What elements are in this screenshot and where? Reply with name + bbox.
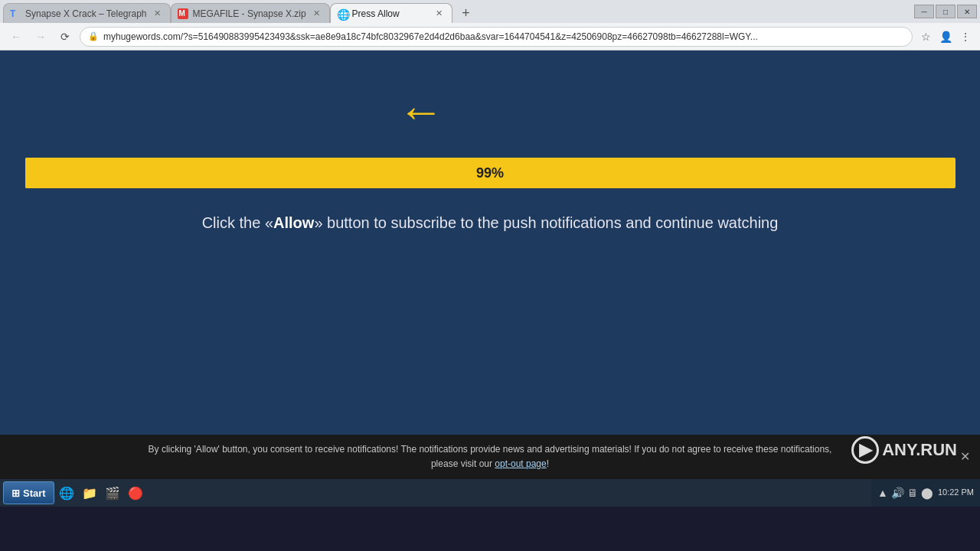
tray-sound-icon: 🔊 <box>891 487 904 499</box>
start-label: Start <box>23 487 46 499</box>
anyrun-logo-text: ANY.RUN <box>882 440 957 460</box>
progress-bar-container: 99% <box>25 158 956 188</box>
taskbar-media-icon[interactable]: 🎬 <box>102 482 123 504</box>
bookmark-button[interactable]: ☆ <box>917 28 934 45</box>
tab2-favicon: M <box>178 8 188 19</box>
address-text: myhugewords.com/?s=516490883995423493&ss… <box>103 31 904 42</box>
cta-text-after: » button to subscribe to the push notifi… <box>314 214 778 231</box>
tab-megafile[interactable]: M MEGAFILE - Synapse X.zip ✕ <box>171 3 330 23</box>
forward-button[interactable]: → <box>31 27 51 47</box>
taskbar-items: 🌐 📁 🎬 🔴 <box>56 482 146 504</box>
anyrun-play-icon: ▶ <box>851 436 879 464</box>
tab1-close-button[interactable]: ✕ <box>152 8 164 20</box>
taskbar: ⊞ Start 🌐 📁 🎬 🔴 ▲ 🔊 🖥 ⬤ 10:22 PM <box>0 479 980 507</box>
banner-text-line2-after: ! <box>547 458 549 469</box>
window-controls: ─ □ ✕ <box>914 5 977 18</box>
banner-close-button[interactable]: ✕ <box>957 449 972 465</box>
close-button[interactable]: ✕ <box>957 5 977 18</box>
taskbar-ie-icon[interactable]: 🌐 <box>56 482 77 504</box>
tab1-title: Synapse X Crack – Telegraph <box>25 8 147 19</box>
system-clock: 10:22 PM <box>938 487 974 498</box>
cta-text-before: Click the « <box>202 214 273 231</box>
minimize-button[interactable]: ─ <box>914 5 934 18</box>
tabs-row: T Synapse X Crack – Telegraph ✕ M MEGAFI… <box>3 0 477 23</box>
address-bar-row: ← → ⟳ 🔒 myhugewords.com/?s=5164908839954… <box>0 23 980 51</box>
anyrun-logo: ▶ ANY.RUN <box>851 436 957 464</box>
tray-icons: ▲ 🔊 🖥 ⬤ <box>877 487 933 499</box>
tray-network-icon: ▲ <box>877 487 888 499</box>
browser-window: T Synapse X Crack – Telegraph ✕ M MEGAFI… <box>0 0 980 479</box>
title-bar: T Synapse X Crack – Telegraph ✕ M MEGAFI… <box>0 0 980 23</box>
profile-button[interactable]: 👤 <box>937 28 954 45</box>
notification-banner: By clicking 'Allow' button, you consent … <box>0 435 980 479</box>
new-tab-button[interactable]: + <box>456 3 477 23</box>
tab3-close-button[interactable]: ✕ <box>433 8 446 20</box>
reload-button[interactable]: ⟳ <box>55 27 75 47</box>
address-right-buttons: ☆ 👤 ⋮ <box>917 28 974 45</box>
tab1-favicon: T <box>10 8 21 19</box>
taskbar-antivirus-icon[interactable]: 🔴 <box>125 482 146 504</box>
taskbar-tray: ▲ 🔊 🖥 ⬤ 10:22 PM <box>871 479 980 507</box>
tab2-title: MEGAFILE - Synapse X.zip <box>193 8 306 19</box>
page-content: ← 99% Click the «Allow» button to subscr… <box>0 51 980 479</box>
tab-synapse-telegraph[interactable]: T Synapse X Crack – Telegraph ✕ <box>3 3 171 23</box>
clock-time: 10:22 PM <box>938 487 974 498</box>
cta-allow-word: Allow <box>273 214 314 231</box>
arrow-container: ← <box>0 89 980 135</box>
banner-text-line1: By clicking 'Allow' button, you consent … <box>149 444 832 455</box>
banner-text-line2-before: please visit our <box>431 458 495 469</box>
menu-button[interactable]: ⋮ <box>957 28 974 45</box>
tab-press-allow[interactable]: 🌐 Press Allow ✕ <box>330 3 452 23</box>
progress-label: 99% <box>476 165 504 181</box>
start-button[interactable]: ⊞ Start <box>3 481 54 504</box>
cta-text: Click the «Allow» button to subscribe to… <box>202 211 779 234</box>
tray-chrome-icon: ⬤ <box>921 487 933 499</box>
maximize-button[interactable]: □ <box>936 5 956 18</box>
lock-icon: 🔒 <box>88 31 99 41</box>
tray-display-icon: 🖥 <box>907 487 918 499</box>
start-icon: ⊞ <box>11 487 20 499</box>
tab3-title: Press Allow <box>352 8 429 19</box>
opt-out-link[interactable]: opt-out page <box>495 458 546 469</box>
tab2-close-button[interactable]: ✕ <box>311 8 323 20</box>
tab3-favicon: 🌐 <box>337 8 348 19</box>
taskbar-folder-icon[interactable]: 📁 <box>79 482 100 504</box>
left-arrow-icon: ← <box>398 89 444 135</box>
back-button[interactable]: ← <box>6 27 26 47</box>
address-bar[interactable]: 🔒 myhugewords.com/?s=516490883995423493&… <box>80 27 913 47</box>
